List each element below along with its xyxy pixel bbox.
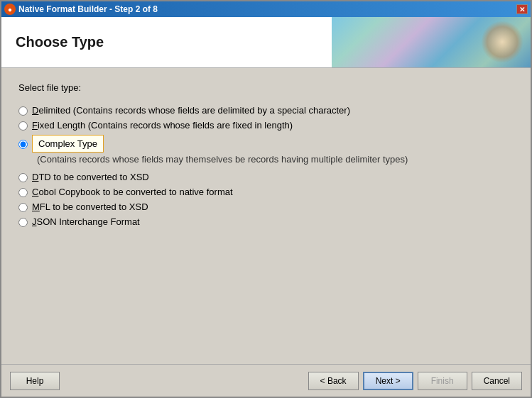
radio-item-complex[interactable]: Complex Type (Contains records whose fie… — [18, 133, 514, 170]
select-label: Select file type: — [18, 82, 514, 93]
radio-item-fixed[interactable]: Fixed Length (Contains records whose fie… — [18, 118, 514, 133]
radio-item-mfl[interactable]: MFL to be converted to XSD — [18, 199, 514, 214]
header-banner — [332, 17, 531, 68]
page-title: Choose Type — [16, 34, 104, 50]
complex-type-sublabel: (Contains records whose fields may thems… — [37, 154, 408, 165]
app-icon: ● — [4, 4, 16, 15]
radio-cobol[interactable] — [18, 188, 28, 197]
cancel-button[interactable]: Cancel — [472, 372, 522, 390]
back-button[interactable]: < Back — [308, 372, 359, 390]
radio-label-complex: Complex Type — [32, 135, 104, 153]
radio-item-dtd[interactable]: DTD to be converted to XSD — [18, 170, 514, 184]
title-bar-text: Native Format Builder - Step 2 of 8 — [18, 4, 158, 14]
title-bar: ● Native Format Builder - Step 2 of 8 ✕ — [1, 1, 531, 17]
header-area: Choose Type — [1, 17, 531, 68]
radio-dtd[interactable] — [18, 173, 28, 182]
radio-item-delimited[interactable]: Delimited (Contains records whose fields… — [18, 103, 514, 118]
radio-label-dtd: DTD to be converted to XSD — [32, 172, 149, 182]
help-button[interactable]: Help — [10, 372, 60, 390]
radio-delimited[interactable] — [18, 106, 28, 116]
radio-label-fixed: Fixed Length (Contains records whose fie… — [32, 120, 293, 131]
radio-json[interactable] — [18, 218, 28, 227]
radio-label-cobol: Cobol Copybook to be converted to native… — [32, 187, 233, 197]
radio-label-mfl: MFL to be converted to XSD — [32, 201, 148, 212]
radio-mfl[interactable] — [18, 203, 28, 212]
footer-buttons: < Back Next > Finish Cancel — [308, 372, 522, 390]
radio-complex[interactable] — [18, 140, 28, 149]
radio-fixed[interactable] — [18, 121, 28, 131]
radio-label-json: JSON Interchange Format — [32, 216, 140, 227]
header-title-section: Choose Type — [1, 17, 332, 67]
finish-button[interactable]: Finish — [418, 372, 467, 390]
next-button[interactable]: Next > — [363, 372, 413, 390]
content-area: Select file type: Delimited (Contains re… — [1, 68, 531, 364]
radio-item-cobol[interactable]: Cobol Copybook to be converted to native… — [18, 184, 514, 199]
close-button[interactable]: ✕ — [516, 4, 528, 14]
radio-group: Delimited (Contains records whose fields… — [18, 103, 514, 229]
main-window: ● Native Format Builder - Step 2 of 8 ✕ … — [0, 0, 532, 398]
title-bar-left: ● Native Format Builder - Step 2 of 8 — [4, 4, 158, 15]
footer: Help < Back Next > Finish Cancel — [1, 364, 531, 397]
radio-label-delimited: Delimited (Contains records whose fields… — [32, 105, 350, 116]
radio-item-json[interactable]: JSON Interchange Format — [18, 214, 514, 229]
